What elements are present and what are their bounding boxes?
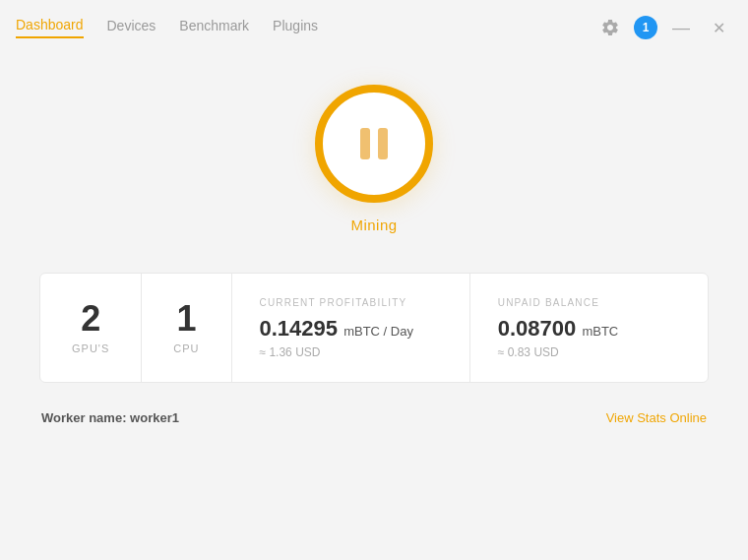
pause-bar-left (360, 128, 370, 159)
balance-cell: UNPAID BALANCE 0.08700 mBTC ≈ 0.83 USD (470, 274, 708, 382)
profitability-section-label: CURRENT PROFITABILITY (260, 297, 407, 308)
mining-toggle-button[interactable] (315, 85, 433, 203)
balance-number: 0.08700 (498, 316, 577, 341)
gpu-label: GPU'S (72, 342, 109, 354)
profitability-cell: CURRENT PROFITABILITY 0.14295 mBTC / Day… (232, 274, 470, 382)
balance-usd: ≈ 0.83 USD (498, 345, 559, 359)
balance-value: 0.08700 mBTC (498, 316, 619, 342)
close-button[interactable]: ✕ (705, 14, 732, 41)
nav-tabs: Dashboard Devices Benchmark Plugins (16, 17, 318, 38)
worker-name-display: Worker name: worker1 (41, 410, 179, 425)
titlebar: Dashboard Devices Benchmark Plugins 1 — … (0, 0, 748, 55)
profitability-value: 0.14295 mBTC / Day (260, 316, 413, 342)
pause-icon (360, 128, 388, 159)
mining-button-container: Mining (315, 85, 433, 233)
cpu-label: CPU (173, 342, 199, 354)
profitability-number: 0.14295 (260, 316, 339, 341)
gpu-stat-cell: 2 GPU'S (40, 274, 142, 382)
stats-card: 2 GPU'S 1 CPU CURRENT PROFITABILITY 0.14… (39, 273, 709, 383)
tab-plugins[interactable]: Plugins (273, 18, 318, 37)
mining-status-label: Mining (350, 217, 397, 233)
cpu-count: 1 (176, 301, 196, 337)
worker-name-value: worker1 (130, 410, 179, 425)
minimize-button[interactable]: — (667, 14, 695, 41)
cpu-stat-cell: 1 CPU (142, 274, 231, 382)
view-stats-button[interactable]: View Stats Online (606, 410, 707, 425)
balance-section-label: UNPAID BALANCE (498, 297, 599, 308)
main-content: Mining 2 GPU'S 1 CPU CURRENT PROFITABILI… (0, 55, 748, 445)
footer: Worker name: worker1 View Stats Online (39, 410, 709, 425)
gpu-count: 2 (81, 301, 100, 337)
pause-bar-right (378, 128, 388, 159)
settings-button[interactable] (596, 14, 624, 41)
profitability-usd: ≈ 1.36 USD (260, 345, 321, 359)
gear-icon (600, 18, 620, 37)
profitability-unit: mBTC / Day (343, 324, 413, 339)
notification-badge[interactable]: 1 (634, 16, 657, 39)
titlebar-controls: 1 — ✕ (596, 14, 732, 41)
tab-dashboard[interactable]: Dashboard (16, 17, 84, 38)
balance-unit: mBTC (582, 324, 618, 339)
tab-benchmark[interactable]: Benchmark (179, 18, 249, 37)
tab-devices[interactable]: Devices (107, 18, 156, 37)
worker-prefix-label: Worker name: (41, 410, 126, 425)
